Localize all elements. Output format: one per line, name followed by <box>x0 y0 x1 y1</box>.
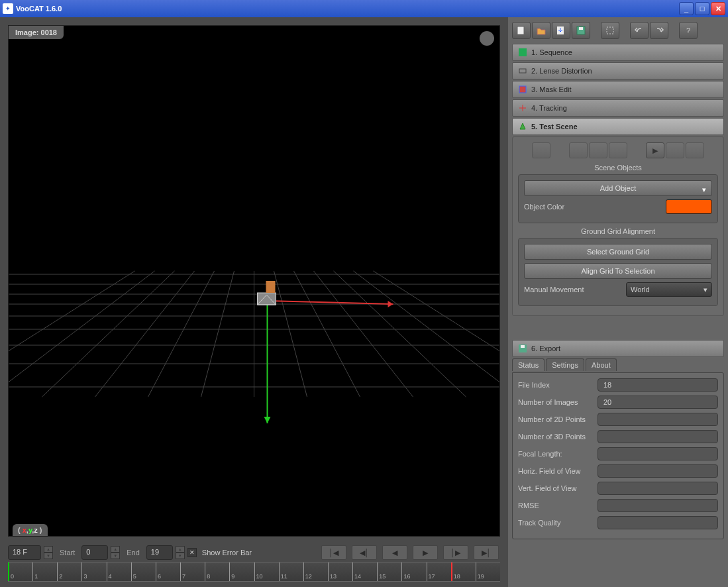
svg-rect-29 <box>607 27 613 34</box>
current-frame-field[interactable]: 18 F <box>8 545 41 560</box>
num-2d-label: Number of 2D Points <box>518 415 598 423</box>
svg-marker-22 <box>388 301 393 307</box>
close-button[interactable]: ✕ <box>711 2 725 15</box>
rmse-value <box>598 499 718 512</box>
tab-status[interactable]: Status <box>512 358 545 371</box>
save-icon <box>518 344 527 353</box>
num-3d-value <box>598 430 718 443</box>
save-button[interactable] <box>572 22 590 39</box>
grid-scene <box>9 26 499 536</box>
select-ground-grid-button[interactable]: Select Ground Grid <box>524 244 712 260</box>
start-label: Start <box>56 549 79 557</box>
svg-rect-32 <box>519 86 526 93</box>
import-button[interactable] <box>552 22 570 39</box>
num-images-label: Number of Images <box>518 398 598 406</box>
next-key-button[interactable]: │▶ <box>443 545 468 560</box>
frame-down[interactable]: ▼ <box>44 553 53 559</box>
undo-button[interactable] <box>630 22 649 39</box>
minimize-button[interactable]: _ <box>679 2 694 15</box>
scene-objects-title: Scene Objects <box>518 164 718 172</box>
start-field[interactable]: 0 <box>81 545 108 560</box>
x-axis-gizmo <box>268 301 393 304</box>
start-down[interactable]: ▼ <box>111 553 120 559</box>
dropdown-icon: ▾ <box>702 186 706 194</box>
show-error-label: Show Error Bar <box>202 549 252 557</box>
tracking-icon <box>518 103 527 113</box>
svg-line-18 <box>314 271 413 397</box>
mask-icon <box>518 85 527 94</box>
start-up[interactable]: ▲ <box>111 546 120 553</box>
tool-btn-2[interactable] <box>569 142 588 158</box>
track-quality-label: Track Quality <box>518 519 598 527</box>
svg-rect-25 <box>517 27 524 34</box>
manual-movement-select[interactable]: World <box>626 282 712 297</box>
new-button[interactable] <box>512 22 531 39</box>
timeline: 18 F ▲▼ Start 0 ▲▼ End 19 ▲▼ ✕ Show Erro… <box>8 545 500 582</box>
tab-about[interactable]: About <box>586 358 617 371</box>
vfov-label: Vert. Field of View <box>518 484 598 492</box>
track-quality-value <box>598 516 718 529</box>
svg-line-16 <box>274 271 307 397</box>
accordion-mask-edit[interactable]: 3. Mask Edit <box>512 81 724 98</box>
file-index-label: File Index <box>518 381 598 389</box>
grid-alignment-title: Ground Grid Alignment <box>518 227 718 235</box>
rmse-label: RMSE <box>518 502 598 509</box>
help-button[interactable]: ? <box>679 22 698 39</box>
go-start-button[interactable]: │◀ <box>321 545 346 560</box>
window-title: VooCAT 1.6.0 <box>16 5 679 13</box>
svg-line-17 <box>294 271 360 397</box>
maximize-button[interactable]: □ <box>695 2 709 15</box>
svg-rect-31 <box>519 69 526 73</box>
num-3d-label: Number of 3D Points <box>518 433 598 441</box>
object-color-swatch[interactable] <box>666 199 712 214</box>
accordion-export[interactable]: 6. Export <box>512 340 724 357</box>
object-marker <box>266 281 276 293</box>
status-panel: File Index18 Number of Images20 Number o… <box>512 372 724 539</box>
titlebar: ✦ VooCAT 1.6.0 _ □ ✕ <box>0 0 728 17</box>
select-button[interactable] <box>601 22 619 39</box>
timeline-ruler[interactable]: 012345678910111213141516171819 <box>8 562 500 582</box>
focal-value <box>598 447 718 460</box>
side-panel: ? 1. Sequence 2. Lense Distortion 3. Mas… <box>508 17 728 587</box>
scene-icon <box>518 122 527 131</box>
axis-badge: ( x,y,z ) <box>13 524 48 536</box>
svg-line-20 <box>354 271 500 397</box>
align-grid-button[interactable]: Align Grid To Selection <box>524 263 712 279</box>
next-frame-button[interactable]: ▶ <box>413 545 438 560</box>
tab-settings[interactable]: Settings <box>546 358 584 371</box>
svg-line-14 <box>9 271 155 397</box>
object-color-label: Object Color <box>524 203 666 211</box>
end-up[interactable]: ▲ <box>176 546 185 553</box>
focal-label: Focal Length: <box>518 450 598 458</box>
accordion-lense-distortion[interactable]: 2. Lense Distortion <box>512 62 724 80</box>
prev-frame-button[interactable]: ◀ <box>382 545 407 560</box>
tool-btn-1[interactable] <box>532 142 550 158</box>
viewport-3d[interactable]: Image: 0018 ( x,y,z ) <box>8 25 500 537</box>
tool-btn-5[interactable]: ▶ <box>646 142 664 158</box>
show-error-checkbox[interactable]: ✕ <box>187 548 197 557</box>
accordion-tracking[interactable]: 4. Tracking <box>512 99 724 117</box>
frame-up[interactable]: ▲ <box>44 546 53 553</box>
manual-movement-label: Manual Movement <box>524 286 626 294</box>
open-button[interactable] <box>532 22 550 39</box>
end-label: End <box>123 549 144 557</box>
prev-key-button[interactable]: ◀│ <box>352 545 377 560</box>
tool-btn-3[interactable] <box>589 142 607 158</box>
go-end-button[interactable]: ▶│ <box>474 545 499 560</box>
svg-line-13 <box>42 271 175 397</box>
tool-btn-7[interactable] <box>686 142 704 158</box>
redo-button[interactable] <box>650 22 668 39</box>
end-down[interactable]: ▼ <box>176 553 185 559</box>
tool-btn-4[interactable] <box>609 142 627 158</box>
end-field[interactable]: 19 <box>146 545 173 560</box>
tool-btn-6[interactable] <box>666 142 684 158</box>
svg-line-10 <box>201 271 234 397</box>
app-icon: ✦ <box>3 3 13 14</box>
num-images-value: 20 <box>598 396 718 409</box>
hfov-value <box>598 464 718 478</box>
svg-line-19 <box>334 271 466 397</box>
accordion-sequence[interactable]: 1. Sequence <box>512 44 724 61</box>
accordion-test-scene[interactable]: 5. Test Scene <box>512 118 724 135</box>
add-object-button[interactable]: Add Object▾ <box>524 180 712 196</box>
lens-icon <box>518 66 527 76</box>
